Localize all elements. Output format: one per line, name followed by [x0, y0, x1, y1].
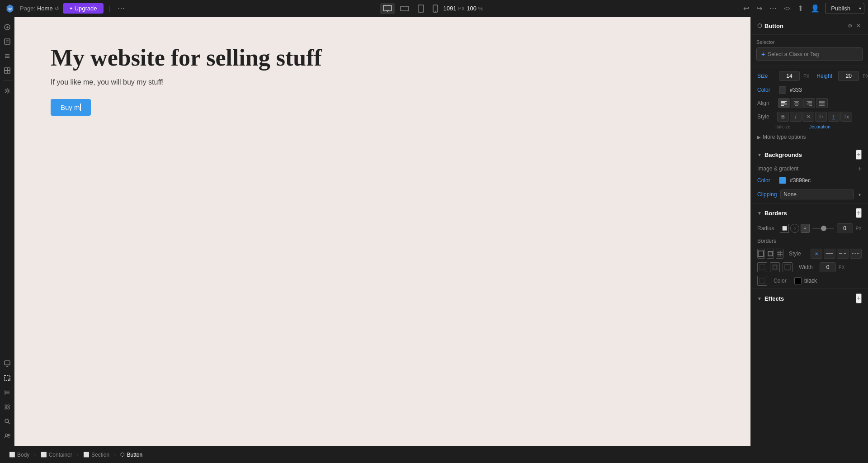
canvas-area[interactable]: My website for selling stuff If you like…: [14, 17, 750, 446]
breadcrumb-body[interactable]: ⬜ Body: [5, 450, 33, 460]
panel-title: ⬡ Button: [757, 23, 783, 29]
upgrade-button[interactable]: Upgrade: [63, 3, 104, 14]
tablet-landscape-device-btn[interactable]: [397, 3, 412, 14]
publish-dropdown-button[interactable]: ▾: [856, 4, 864, 13]
redo-button[interactable]: ↪: [755, 2, 764, 14]
borders-section-header[interactable]: ▼ Borders +: [751, 204, 868, 222]
sidebar-icon-assets[interactable]: [1, 64, 14, 77]
sidebar-icon-layers[interactable]: [1, 50, 14, 62]
sidebar-divider-1: [3, 80, 12, 81]
bg-color-label: Color: [757, 177, 775, 184]
radius-dot-icon[interactable]: ●: [801, 224, 810, 233]
breadcrumb-container[interactable]: ⬜ Container: [37, 450, 76, 460]
radius-slider-thumb[interactable]: [821, 226, 826, 231]
backgrounds-add-button[interactable]: +: [856, 150, 862, 160]
clipping-row: Clipping None Text Border Box ▾: [751, 187, 868, 202]
border-single-icon[interactable]: [757, 262, 767, 272]
border-all-icon[interactable]: [757, 249, 765, 259]
border-inner-icon[interactable]: [776, 249, 783, 259]
style-underline-btn[interactable]: T: [828, 112, 840, 122]
page-name[interactable]: Home: [37, 5, 53, 12]
sidebar-icon-settings[interactable]: [1, 85, 14, 97]
color-value[interactable]: #333: [790, 87, 802, 93]
radius-value-input[interactable]: [837, 223, 853, 233]
border-style-none-btn[interactable]: ✕: [811, 249, 822, 259]
breadcrumb-section[interactable]: ⬜ Section: [80, 450, 113, 460]
selector-input[interactable]: + Select a Class or Tag: [756, 47, 863, 61]
size-value-input[interactable]: [779, 71, 800, 81]
tablet-device-btn[interactable]: [415, 3, 427, 14]
border-icons-row: Style ✕: [751, 247, 868, 260]
border-color-value[interactable]: black: [804, 278, 817, 284]
more-options-button[interactable]: ⋯: [768, 2, 778, 14]
collab-button[interactable]: 👤: [809, 2, 821, 14]
breadcrumb-container-icon: ⬜: [41, 452, 47, 458]
border-inner2-icon[interactable]: [783, 262, 793, 272]
divider-1: [751, 67, 868, 67]
border-outer-icon[interactable]: [767, 249, 774, 259]
panel-header: ⬡ Button ⚙ ✕: [751, 17, 868, 35]
clipping-arrow-btn[interactable]: ▾: [858, 191, 862, 198]
align-justify-btn[interactable]: [816, 98, 828, 108]
height-value-input[interactable]: [838, 71, 859, 81]
align-center-btn[interactable]: [791, 98, 802, 108]
border-color-swatch[interactable]: [794, 277, 802, 284]
sidebar-icon-grid[interactable]: [1, 386, 14, 399]
border-style-dashed-btn[interactable]: [837, 249, 849, 259]
breadcrumb-button[interactable]: ⬡ Button: [117, 450, 146, 460]
style-strikethrough-btn[interactable]: ✕: [802, 112, 814, 122]
mobile-device-btn[interactable]: [430, 3, 441, 14]
borders-add-button[interactable]: +: [856, 208, 862, 218]
border-double-icon[interactable]: [770, 262, 780, 272]
svg-rect-11: [5, 39, 10, 44]
align-right-btn[interactable]: [803, 98, 815, 108]
color-swatch[interactable]: [779, 86, 786, 94]
borders-sub-label: Borders: [757, 238, 776, 244]
svg-rect-5: [418, 5, 424, 12]
style-bold-btn[interactable]: B: [777, 112, 789, 122]
publish-main-button[interactable]: Publish: [826, 3, 856, 14]
border-style-dotted-btn[interactable]: [850, 249, 862, 259]
code-button[interactable]: <>: [782, 4, 792, 14]
site-subtitle[interactable]: If you like me, you will buy my stuff!: [51, 78, 714, 86]
radius-row: Radius ⬜ ○ ● PX: [751, 222, 868, 235]
effects-add-button[interactable]: +: [856, 293, 862, 303]
style-clear-btn[interactable]: Tx: [840, 112, 852, 122]
sidebar-icon-select[interactable]: [1, 372, 14, 384]
radius-circle-icon[interactable]: ○: [790, 224, 799, 233]
border-color-icon[interactable]: [757, 276, 767, 286]
backgrounds-section-header[interactable]: ▼ Backgrounds +: [751, 146, 868, 163]
style-italic-btn[interactable]: I: [790, 112, 802, 122]
svg-rect-65: [760, 278, 765, 283]
sidebar-icon-apps[interactable]: [1, 401, 14, 413]
align-left-btn[interactable]: [778, 98, 790, 108]
radius-square-icon[interactable]: ⬜: [780, 224, 789, 233]
breadcrumb-button-icon: ⬡: [120, 452, 125, 458]
more-type-row[interactable]: ▶ More type options: [751, 132, 868, 144]
sidebar-icon-search[interactable]: [1, 415, 14, 428]
bg-color-value[interactable]: #3898ec: [790, 177, 811, 184]
clipping-select[interactable]: None Text Border Box: [780, 189, 854, 199]
border-width-input[interactable]: [820, 262, 836, 272]
sidebar-icon-collaborators[interactable]: [1, 430, 14, 442]
sidebar-icon-comments[interactable]: [1, 357, 14, 370]
panel-close-btn[interactable]: ✕: [855, 22, 862, 30]
site-title[interactable]: My website for selling stuff: [51, 44, 714, 71]
undo-button[interactable]: ↩: [741, 2, 751, 14]
topbar-more-icon[interactable]: ⋯: [118, 4, 125, 13]
image-gradient-add-button[interactable]: +: [858, 165, 862, 172]
buy-button[interactable]: Buy m: [51, 99, 91, 116]
bg-color-row: Color #3898ec: [751, 174, 868, 187]
desktop-device-btn[interactable]: [380, 3, 395, 14]
refresh-icon[interactable]: ↺: [55, 5, 59, 12]
border-style-solid-btn[interactable]: [824, 249, 835, 259]
panel-settings-btn[interactable]: ⚙: [847, 22, 854, 30]
style-superscript-btn[interactable]: T+: [815, 112, 827, 122]
sidebar-icon-pages[interactable]: [1, 35, 14, 48]
effects-section-header[interactable]: ▼ Effects +: [751, 290, 868, 307]
size-label: Size: [757, 73, 775, 79]
radius-slider[interactable]: [812, 228, 834, 229]
sidebar-icon-add[interactable]: [1, 21, 14, 33]
bg-color-swatch[interactable]: [779, 177, 786, 184]
share-button[interactable]: ⬆: [796, 2, 805, 14]
